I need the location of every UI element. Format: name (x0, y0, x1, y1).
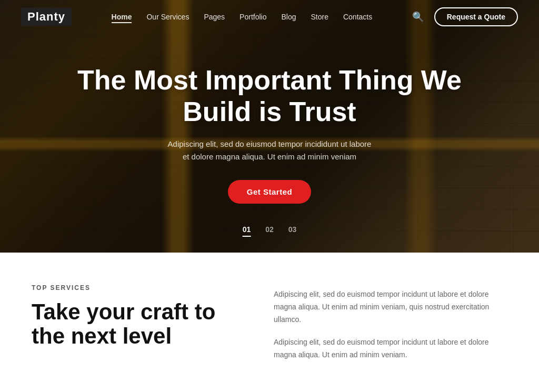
services-section: TOP SERVICES Take your craft to the next… (0, 253, 539, 392)
indicator-1[interactable]: 01 (243, 225, 251, 237)
hero-title: The Most Important Thing We Build is Tru… (53, 65, 486, 128)
nav-link-services[interactable]: Our Services (146, 13, 189, 21)
services-right: Adipiscing elit, sed do euismod tempor i… (274, 284, 507, 372)
nav-item-store[interactable]: Store (311, 12, 328, 22)
services-desc-2: Adipiscing elit, sed do euismod tempor i… (274, 336, 507, 361)
services-heading-line2: the next level (32, 324, 172, 348)
services-tag: TOP SERVICES (32, 284, 232, 292)
services-heading: Take your craft to the next level (32, 300, 232, 348)
request-quote-button[interactable]: Request a Quote (434, 7, 518, 26)
nav-right: 🔍 Request a Quote (412, 7, 518, 26)
services-heading-line1: Take your craft to (32, 299, 215, 324)
services-left: TOP SERVICES Take your craft to the next… (32, 284, 232, 348)
nav-item-pages[interactable]: Pages (204, 12, 225, 22)
nav-link-store[interactable]: Store (311, 13, 328, 21)
indicator-3[interactable]: 03 (288, 225, 297, 237)
logo[interactable]: Planty (21, 8, 72, 26)
services-desc-1: Adipiscing elit, sed do euismod tempor i… (274, 288, 507, 326)
hero-cta-button[interactable]: Get Started (228, 180, 311, 204)
indicator-2[interactable]: 02 (265, 225, 274, 237)
nav-item-services[interactable]: Our Services (146, 12, 189, 22)
navbar: Planty Home Our Services Pages Portfolio… (0, 0, 539, 34)
search-icon[interactable]: 🔍 (412, 11, 424, 23)
nav-link-home[interactable]: Home (112, 13, 132, 23)
nav-item-portfolio[interactable]: Portfolio (239, 12, 266, 22)
hero-content: The Most Important Thing We Build is Tru… (0, 65, 539, 204)
nav-links: Home Our Services Pages Portfolio Blog S… (112, 12, 373, 22)
hero-section: Planty Home Our Services Pages Portfolio… (0, 0, 539, 253)
hero-indicators: 01 02 03 (243, 225, 297, 237)
nav-item-blog[interactable]: Blog (281, 12, 296, 22)
nav-item-home[interactable]: Home (112, 12, 132, 22)
nav-item-contacts[interactable]: Contacts (343, 12, 372, 22)
hero-subtitle: Adipiscing elit, sed do eiusmod tempor i… (164, 138, 375, 163)
nav-link-pages[interactable]: Pages (204, 13, 225, 21)
nav-link-contacts[interactable]: Contacts (343, 13, 372, 21)
nav-link-blog[interactable]: Blog (281, 13, 296, 21)
nav-link-portfolio[interactable]: Portfolio (239, 13, 266, 21)
